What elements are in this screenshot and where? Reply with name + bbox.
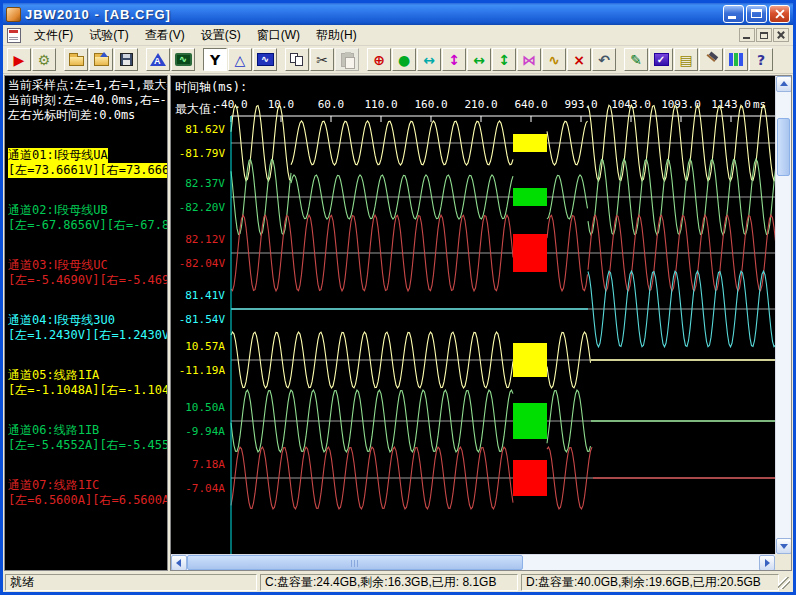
toolbar-button-annotate-pen[interactable]: ✎ <box>624 48 648 71</box>
toolbar-separator <box>360 48 367 71</box>
channel-values: [左=73.6661V][右=73.6661V] <box>8 163 168 178</box>
cursor-step-icon: ↔ <box>423 53 435 67</box>
toolbar-button-wave-window[interactable]: ∿ <box>253 48 277 71</box>
main-content: 当前采样点:左=1,右=1,最大=当前时刻:左=-40.0ms,右=-40左右光… <box>3 74 793 572</box>
toolbar-button-save[interactable] <box>114 48 138 71</box>
toolbar-button-tools-hammer[interactable] <box>699 48 723 71</box>
toolbar-button-copy[interactable] <box>285 48 309 71</box>
channel-min-value-ch06: -9.94A <box>171 425 225 438</box>
cursor-updown-icon: ↕ <box>448 53 460 67</box>
expand-horizontal-icon: ↔ <box>473 53 485 67</box>
channel-info-07[interactable]: 通道07:线路1IC[左=6.5600A][右=6.5600A][右 <box>8 478 164 508</box>
horizontal-scroll-track[interactable] <box>523 555 759 570</box>
menu-help[interactable]: 帮助(H) <box>308 25 365 46</box>
channel-title: 通道06:线路1IB <box>8 423 99 438</box>
minimize-button[interactable] <box>723 5 744 23</box>
close-button[interactable] <box>769 5 790 23</box>
child-close-button[interactable] <box>773 28 789 42</box>
annotate-pen-icon: ✎ <box>630 53 642 67</box>
compress-vertical-icon: ∿ <box>548 53 560 67</box>
channel-info-05[interactable]: 通道05:线路1IA[左=-1.1048A][右=-1.1048A] <box>8 368 164 398</box>
menu-settings[interactable]: 设置(S) <box>193 25 249 46</box>
scroll-up-button[interactable] <box>776 76 792 92</box>
scroll-left-button[interactable] <box>171 555 187 571</box>
channel-min-value-ch07: -7.04A <box>171 482 225 495</box>
confirm-window-icon: ✓ <box>654 53 669 66</box>
channel-info-01[interactable]: 通道01:Ⅰ段母线UA[左=73.6661V][右=73.6661V] <box>8 148 164 178</box>
channel-info-04[interactable]: 通道04:Ⅰ段母线3U0[左=1.2430V][右=1.2430V][右 <box>8 313 164 343</box>
title-bar[interactable]: JBW2010 - [AB.CFG] <box>3 3 793 25</box>
channel-values: [左=-5.4552A][右=-5.4552A] <box>8 438 168 453</box>
toolbar-button-open-file[interactable] <box>64 48 88 71</box>
tick-label: 1143.0 <box>711 98 751 111</box>
channel-title: 通道03:Ⅰ段母线UC <box>8 258 108 273</box>
channel-values: [左=-1.1048A][右=-1.1048A] <box>8 383 168 398</box>
toolbar-button-run[interactable]: ▶ <box>7 48 31 71</box>
scroll-down-button[interactable] <box>776 538 792 554</box>
channel-info-06[interactable]: 通道06:线路1IB[左=-5.4552A][右=-5.4552A] <box>8 423 164 453</box>
wye-connection-icon: Y <box>210 53 220 67</box>
channel-title: 通道02:Ⅰ段母线UB <box>8 203 108 218</box>
break-marker-ch01 <box>513 134 547 152</box>
channel-min-value-ch02: -82.20V <box>171 201 225 214</box>
toolbar-button-cut[interactable]: ✂ <box>310 48 334 71</box>
toolbar-separator <box>278 48 285 71</box>
sample-info-line-2: 当前时刻:左=-40.0ms,右=-40 <box>8 93 164 108</box>
break-marker-ch03 <box>513 234 547 272</box>
child-minimize-button[interactable] <box>739 28 755 42</box>
waveform-plot[interactable]: 时间轴(ms): 最大值: -40.010.060.0110.0160.0210… <box>171 76 775 554</box>
scroll-right-button[interactable] <box>759 555 775 571</box>
toolbar-button-compress-vertical[interactable]: ∿ <box>542 48 566 71</box>
toolbar-button-expand-vertical[interactable]: ↕ <box>492 48 516 71</box>
toolbar-button-cursor-step[interactable]: ↔ <box>417 48 441 71</box>
sample-info-line-3: 左右光标时间差:0.0ms <box>8 108 164 123</box>
toolbar-button-undo[interactable]: ↶ <box>592 48 616 71</box>
toolbar-button-marker-dot[interactable]: ● <box>392 48 416 71</box>
channel-min-value-ch04: -81.54V <box>171 313 225 326</box>
document-icon[interactable] <box>7 28 21 43</box>
toolbar-button-open-folder[interactable] <box>89 48 113 71</box>
toolbar-button-wye-connection[interactable]: Y <box>203 48 227 71</box>
toolbar-button-delta-connection[interactable]: △ <box>228 48 252 71</box>
resize-grip[interactable] <box>778 577 790 589</box>
menu-window[interactable]: 窗口(W) <box>249 25 308 46</box>
menu-file[interactable]: 文件(F) <box>26 25 81 46</box>
toolbar-button-cursor-updown[interactable]: ↕ <box>442 48 466 71</box>
channel-min-value-ch05: -11.19A <box>171 364 225 377</box>
channel-min-value-ch03: -82.04V <box>171 257 225 270</box>
tools-hammer-icon <box>703 53 719 67</box>
child-restore-button[interactable] <box>756 28 772 42</box>
menu-test[interactable]: 试验(T) <box>81 25 136 46</box>
channel-info-02[interactable]: 通道02:Ⅰ段母线UB[左=-67.8656V][右=-67.8656 <box>8 203 164 233</box>
toolbar-button-confirm-window[interactable]: ✓ <box>649 48 673 71</box>
toolbar-button-compress-horizontal[interactable]: ⋈ <box>517 48 541 71</box>
horizontal-scroll-thumb[interactable] <box>187 555 523 570</box>
maximize-button[interactable] <box>746 5 767 23</box>
marker-dot-icon: ● <box>398 53 410 67</box>
break-marker-ch07 <box>513 460 547 496</box>
tick-label: 110.0 <box>364 98 397 111</box>
channel-max-value-ch03: 82.12V <box>171 233 225 246</box>
vertical-scroll-thumb[interactable] <box>777 118 790 176</box>
toolbar-button-settings-gears[interactable]: ⚙ <box>32 48 56 71</box>
waveform-panel: 时间轴(ms): 最大值: -40.010.060.0110.0160.0210… <box>170 75 792 571</box>
toolbar-button-columns-view[interactable] <box>724 48 748 71</box>
toolbar-separator <box>139 48 146 71</box>
toolbar-button-expand-horizontal[interactable]: ↔ <box>467 48 491 71</box>
horizontal-scrollbar[interactable] <box>171 554 775 570</box>
toolbar-button-delete[interactable]: × <box>567 48 591 71</box>
open-file-icon <box>69 56 84 66</box>
vertical-scrollbar[interactable] <box>775 76 791 554</box>
channel-info-03[interactable]: 通道03:Ⅰ段母线UC[左=-5.4690V][右=-5.4690V] <box>8 258 164 288</box>
channel-max-value-ch05: 10.57A <box>171 340 225 353</box>
toolbar-button-font-display[interactable]: A <box>146 48 170 71</box>
toolbar-button-help[interactable]: ? <box>749 48 773 71</box>
menu-view[interactable]: 查看(V) <box>137 25 193 46</box>
columns-view-icon <box>729 53 743 66</box>
toolbar-button-report[interactable]: ▤ <box>674 48 698 71</box>
waveform-svg: -40.010.060.0110.0160.0210.0640.0993.010… <box>171 76 775 554</box>
toolbar-button-zoom-in[interactable]: ⊕ <box>367 48 391 71</box>
toolbar-button-paste[interactable] <box>335 48 359 71</box>
channel-title: 通道05:线路1IA <box>8 368 99 383</box>
toolbar-button-scope-view[interactable]: ∿ <box>171 48 195 71</box>
